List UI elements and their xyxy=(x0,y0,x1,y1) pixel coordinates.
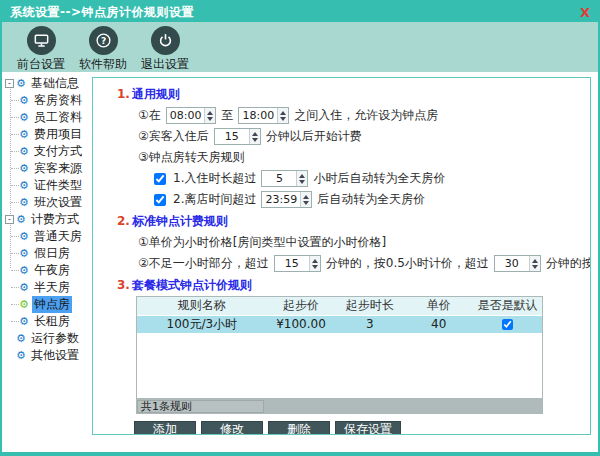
tree-item-staff-data[interactable]: ⚙ 员工资料 xyxy=(5,109,92,126)
close-icon[interactable]: X xyxy=(580,6,590,19)
section-standard-hourly-heading: 2.标准钟点计费规则 xyxy=(117,213,590,230)
gear-icon: ⚙ xyxy=(19,316,29,327)
exit-settings-button[interactable]: 退出设置 xyxy=(142,26,188,73)
delete-button[interactable]: 删除 xyxy=(268,421,330,435)
sidebar-tree: - ⚙ 基础信息 ⚙ 客房资料 ⚙ 员工资料 ⚙ 费用项目 ⚙ xyxy=(2,72,92,452)
checkin-time-range-rule: ①在 08:00 至 18:00 之间入住，允许设为钟点房 xyxy=(138,105,590,126)
spinner-arrows-icon[interactable] xyxy=(296,171,307,186)
svg-text:?: ? xyxy=(100,36,105,46)
modify-button[interactable]: 修改 xyxy=(201,421,263,435)
tree-item-room-data[interactable]: ⚙ 客房资料 xyxy=(5,92,92,109)
gear-icon: ⚙ xyxy=(19,146,29,157)
body-area: - ⚙ 基础信息 ⚙ 客房资料 ⚙ 员工资料 ⚙ 费用项目 ⚙ xyxy=(2,72,598,452)
column-header: 起步价 xyxy=(267,297,336,315)
column-header: 规则名称 xyxy=(137,297,267,315)
selected-tree-item-label: 钟点房 xyxy=(32,296,72,313)
gear-icon: ⚙ xyxy=(19,129,29,140)
convert-hours-input[interactable]: 5 xyxy=(261,170,308,187)
tree-item-long-term-room[interactable]: ⚙ 长租房 xyxy=(5,313,92,330)
base-price-cell: ¥100.00 xyxy=(267,315,336,333)
spinner-arrows-icon[interactable] xyxy=(529,256,540,271)
is-default-cell xyxy=(473,315,542,333)
checkin-to-time-input[interactable]: 18:00 xyxy=(238,107,289,124)
power-icon xyxy=(151,26,180,55)
spinner-arrows-icon[interactable] xyxy=(249,129,260,144)
tree-item-guest-sources[interactable]: ⚙ 宾客来源 xyxy=(5,160,92,177)
gear-icon: ⚙ xyxy=(19,265,29,276)
spinner-arrows-icon[interactable] xyxy=(204,108,215,123)
table-header-row: 规则名称 起步价 起步时长 单价 是否是默认 xyxy=(137,297,542,315)
gear-icon: ⚙ xyxy=(16,78,26,89)
gear-icon: ⚙ xyxy=(19,197,29,208)
rule-name-cell: 100元/3小时 xyxy=(137,315,267,333)
tree-item-normal-day-room[interactable]: ⚙ 普通天房 xyxy=(5,228,92,245)
unit-price-cell: 40 xyxy=(404,315,473,333)
gear-icon: ⚙ xyxy=(19,180,29,191)
software-help-button[interactable]: ? 软件帮助 xyxy=(80,26,126,73)
spinner-arrows-icon[interactable] xyxy=(277,108,288,123)
full-hour-threshold-input[interactable]: 30 xyxy=(494,255,541,272)
tree-item-run-params[interactable]: - ⚙ 运行参数 xyxy=(5,330,92,347)
spinner-arrows-icon[interactable] xyxy=(300,192,311,207)
collapse-toggle-icon[interactable]: - xyxy=(5,79,14,88)
billing-start-delay-rule: ②宾客入住后 15 分钟以后开始计费 xyxy=(138,126,590,147)
tool-label: 退出设置 xyxy=(141,56,189,73)
front-desk-settings-button[interactable]: 前台设置 xyxy=(18,26,64,73)
tree-item-id-types[interactable]: ⚙ 证件类型 xyxy=(5,177,92,194)
convert-checkout-time-input[interactable]: 23:59 xyxy=(261,191,312,208)
content-panel: 1.通用规则 ①在 08:00 至 18:00 之间入住，允许设为钟点房 ②宾客… xyxy=(92,77,591,435)
gear-icon: ⚙ xyxy=(19,112,29,123)
collapse-toggle-icon[interactable]: - xyxy=(5,215,14,224)
billing-delay-minutes-input[interactable]: 15 xyxy=(214,128,261,145)
gear-icon: ⚙ xyxy=(16,350,26,361)
tree-item-payment-methods[interactable]: ⚙ 支付方式 xyxy=(5,143,92,160)
save-settings-button[interactable]: 保存设置 xyxy=(335,421,401,435)
column-header: 是否是默认 xyxy=(473,297,542,315)
base-duration-cell: 3 xyxy=(335,315,404,333)
monitor-icon xyxy=(27,26,56,55)
partial-hour-rule: ②不足一小时部分，超过 15 分钟的，按0.5小时计价，超过 30 分钟的按照1… xyxy=(138,253,590,274)
section-general-rules-heading: 1.通用规则 xyxy=(117,86,590,103)
table-status-bar: 共1条规则 xyxy=(136,399,543,414)
gear-icon: ⚙ xyxy=(16,214,26,225)
gear-icon: ⚙ xyxy=(16,333,26,344)
tree-item-basic-info[interactable]: - ⚙ 基础信息 xyxy=(5,75,92,92)
convert-by-duration-rule: 1.入住时长超过 5 小时后自动转为全天房价 xyxy=(154,168,590,189)
section-package-mode-heading: 3.套餐模式钟点计价规则 xyxy=(117,277,590,294)
tree-item-holiday-room[interactable]: ⚙ 假日房 xyxy=(5,245,92,262)
gear-icon: ⚙ xyxy=(19,163,29,174)
gear-icon: ⚙ xyxy=(19,231,29,242)
tree-item-shift-settings[interactable]: ⚙ 班次设置 xyxy=(5,194,92,211)
spinner-arrows-icon[interactable] xyxy=(309,256,320,271)
tree-item-fee-items[interactable]: ⚙ 费用项目 xyxy=(5,126,92,143)
gear-icon: ⚙ xyxy=(19,299,29,310)
convert-by-checkout-checkbox[interactable] xyxy=(154,194,166,206)
package-rules-table-zone: 规则名称 起步价 起步时长 单价 是否是默认 100元/3小时 ¥100.00 xyxy=(136,296,543,414)
window-title: 系统设置-->钟点房计价规则设置 xyxy=(10,4,194,21)
column-header: 起步时长 xyxy=(335,297,404,315)
help-icon: ? xyxy=(89,26,118,55)
package-rules-table: 规则名称 起步价 起步时长 单价 是否是默认 100元/3小时 ¥100.00 xyxy=(137,297,542,333)
tree-item-hourly-room[interactable]: ⚙ 钟点房 xyxy=(5,296,92,313)
gear-icon: ⚙ xyxy=(19,95,29,106)
half-hour-threshold-input[interactable]: 15 xyxy=(274,255,321,272)
tool-label: 前台设置 xyxy=(17,56,65,73)
tree-item-half-day-room[interactable]: ⚙ 半天房 xyxy=(5,279,92,296)
hourly-to-day-rule-label: ③钟点房转天房规则 xyxy=(138,147,590,168)
action-button-row: 添加 修改 删除 保存设置 xyxy=(134,421,590,435)
table-row[interactable]: 100元/3小时 ¥100.00 3 40 xyxy=(137,315,542,333)
convert-by-checkout-time-rule: 2.离店时间超过 23:59 后自动转为全天房价 xyxy=(154,189,590,210)
toolbar: 前台设置 ? 软件帮助 退出设置 xyxy=(2,22,598,72)
settings-window: 系统设置-->钟点房计价规则设置 X 前台设置 ? 软件帮助 退出设置 xyxy=(0,0,600,456)
is-default-checkbox[interactable] xyxy=(502,319,513,330)
unit-price-rule: ①单价为小时价格[房间类型中设置的小时价格] xyxy=(138,232,590,253)
title-bar: 系统设置-->钟点房计价规则设置 X xyxy=(2,2,598,22)
add-button[interactable]: 添加 xyxy=(134,421,196,435)
tree-item-billing-methods[interactable]: - ⚙ 计费方式 xyxy=(5,211,92,228)
tree-item-other-settings[interactable]: - ⚙ 其他设置 xyxy=(5,347,92,364)
column-header: 单价 xyxy=(404,297,473,315)
convert-by-duration-checkbox[interactable] xyxy=(154,173,166,185)
tree-item-midnight-room[interactable]: ⚙ 午夜房 xyxy=(5,262,92,279)
gear-icon: ⚙ xyxy=(19,248,29,259)
checkin-from-time-input[interactable]: 08:00 xyxy=(166,107,217,124)
